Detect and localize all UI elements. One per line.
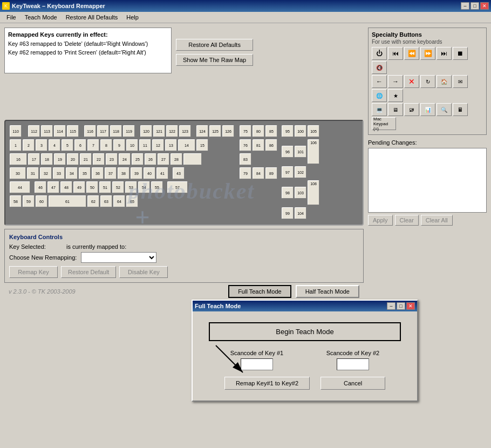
dialog-bottom-buttons: Remap Key#1 to Key#2 Cancel: [209, 377, 401, 390]
dialog-close[interactable]: ✕: [406, 302, 415, 310]
scancode-1-input[interactable]: [241, 358, 273, 370]
scancode-2-group: Scancode of Key #2: [326, 350, 379, 370]
scancode-row: Scancode of Key #1 Scancode of Key #2: [209, 350, 401, 370]
dialog-content: Begin Teach Mode Scancode of Key #1 Scan…: [193, 311, 417, 401]
dialog-minimize[interactable]: –: [387, 302, 395, 310]
remap-key12-button[interactable]: Remap Key#1 to Key#2: [224, 377, 310, 390]
dialog-title: Full Teach Mode: [195, 303, 241, 309]
dialog-cancel-button[interactable]: Cancel: [320, 377, 385, 390]
begin-teach-mode-button[interactable]: Begin Teach Mode: [209, 322, 401, 341]
full-teach-mode-dialog: Full Teach Mode – □ ✕ Begin Teach Mode S…: [192, 300, 418, 402]
dialog-maximize[interactable]: □: [397, 302, 405, 310]
scancode-1-group: Scancode of Key #1: [230, 350, 283, 370]
dialog-title-bar: Full Teach Mode – □ ✕: [193, 301, 417, 311]
dialog-controls: – □ ✕: [387, 302, 415, 310]
dialog-overlay: Full Teach Mode – □ ✕ Begin Teach Mode S…: [0, 0, 491, 448]
scancode-1-label: Scancode of Key #1: [230, 350, 283, 356]
scancode-2-label: Scancode of Key #2: [326, 350, 379, 356]
scancode-2-input[interactable]: [337, 358, 369, 370]
